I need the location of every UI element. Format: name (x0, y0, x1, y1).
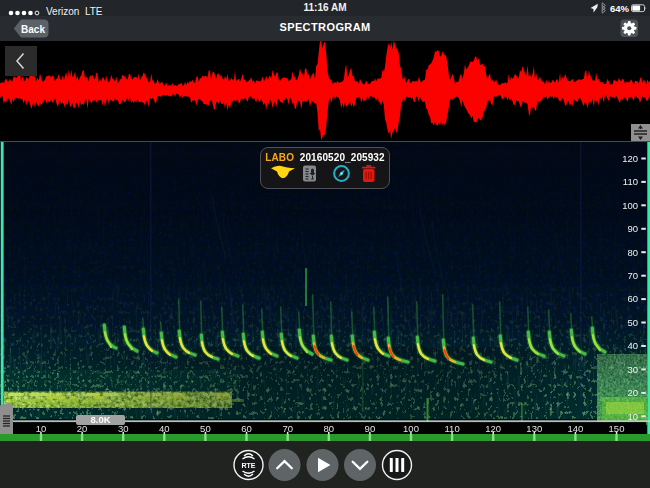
svg-text:60: 60 (627, 293, 638, 304)
svg-text:90: 90 (627, 223, 638, 234)
svg-text:RTE: RTE (242, 461, 256, 468)
svg-text:10: 10 (627, 411, 638, 422)
svg-text:50: 50 (627, 317, 638, 328)
svg-text:20: 20 (627, 387, 638, 398)
svg-text:110: 110 (623, 176, 638, 187)
svg-text:70: 70 (627, 270, 638, 281)
svg-text:40: 40 (627, 340, 638, 351)
svg-text:80: 80 (627, 247, 638, 258)
svg-text:30: 30 (627, 364, 638, 375)
svg-text:120: 120 (622, 153, 638, 164)
svg-text:64%: 64% (610, 3, 630, 14)
svg-text:100: 100 (622, 200, 638, 211)
